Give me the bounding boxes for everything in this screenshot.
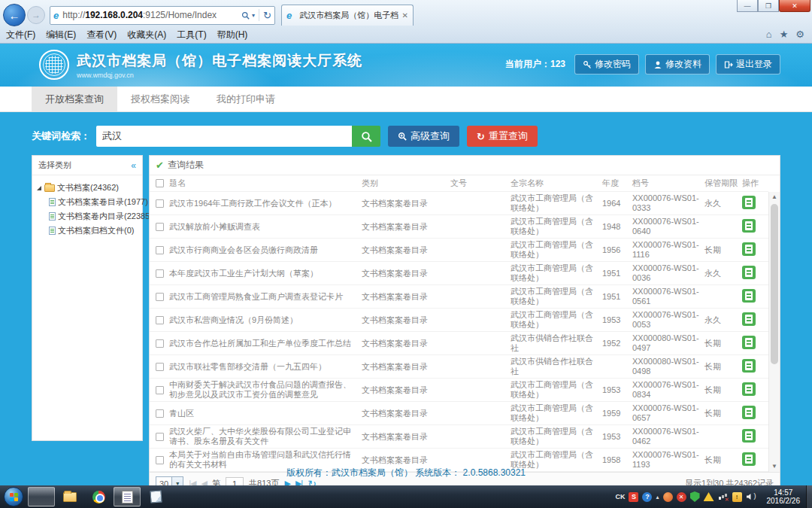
table-row[interactable]: 武汉市1964年工商行政工作会议文件（正本） 文书档案案卷目录 武汉市工商管理局… bbox=[150, 192, 768, 215]
menu-item[interactable]: 收藏夹(A) bbox=[127, 29, 166, 41]
speaker-icon[interactable] bbox=[746, 492, 756, 501]
close-button[interactable]: ✕ bbox=[779, 0, 810, 12]
hidden-icons-arrow[interactable]: ▴ bbox=[656, 494, 659, 500]
menu-item[interactable]: 编辑(E) bbox=[46, 29, 76, 41]
module-tab[interactable]: 我的打印申请 bbox=[203, 87, 289, 111]
view-archive-icon[interactable] bbox=[742, 312, 756, 326]
change-password-button[interactable]: 修改密码 bbox=[574, 54, 639, 75]
table-row[interactable]: 本年度武汉市工业生产计划大纲（草案） 文书档案案卷目录 武汉市工商管理局（含联络… bbox=[150, 262, 768, 285]
scrollbar-thumb[interactable] bbox=[771, 204, 778, 364]
minimize-button[interactable]: — bbox=[737, 0, 758, 12]
row-checkbox[interactable] bbox=[156, 386, 164, 394]
language-indicator[interactable]: CK bbox=[615, 493, 625, 500]
cell-actions bbox=[742, 219, 768, 235]
row-checkbox[interactable] bbox=[156, 456, 164, 464]
warning-icon[interactable] bbox=[704, 492, 714, 501]
home-icon[interactable]: ⌂ bbox=[766, 29, 772, 40]
search-dropdown-caret[interactable]: ▾ bbox=[252, 12, 255, 19]
view-archive-icon[interactable] bbox=[742, 452, 756, 466]
row-checkbox[interactable] bbox=[156, 409, 164, 418]
table-row[interactable]: 武汉市行商商业会各区会员缴行商政清册 文书档案案卷目录 武汉市工商管理局（含联络… bbox=[150, 239, 768, 262]
table-row[interactable]: 武汉市私营商业情况（9月份简述） 文书档案案卷目录 武汉市工商管理局（含联络处）… bbox=[150, 309, 768, 332]
advanced-search-button[interactable]: 高级查询 bbox=[388, 126, 459, 147]
browser-tab[interactable]: e 武汉市档案局（馆）电子档... ✕ bbox=[281, 5, 414, 26]
table-row[interactable]: 青山区 文书档案案卷目录 武汉市工商管理局（含联络处） 1959 XX00007… bbox=[150, 402, 768, 425]
taskbar-notepad-button[interactable] bbox=[142, 487, 169, 506]
module-tab[interactable]: 授权档案阅读 bbox=[117, 87, 203, 111]
taskbar-document-app-button[interactable] bbox=[114, 487, 141, 506]
menu-item[interactable]: 查看(V) bbox=[86, 29, 117, 41]
logout-icon bbox=[724, 60, 733, 69]
view-archive-icon[interactable] bbox=[742, 266, 756, 279]
taskbar-explorer-button[interactable] bbox=[56, 487, 83, 506]
sogou-input-icon[interactable]: S bbox=[629, 492, 638, 502]
network-disconnected-icon[interactable] bbox=[718, 492, 729, 501]
row-checkbox[interactable] bbox=[156, 246, 164, 254]
tree-expanded-icon[interactable] bbox=[37, 186, 41, 190]
reset-search-button[interactable]: ↻ 重置查询 bbox=[467, 126, 538, 147]
table-row[interactable]: 武汉解放前小摊贩调查表 文书档案案卷目录 武汉市工商管理局（含联络处） 1948… bbox=[150, 215, 768, 239]
row-checkbox[interactable] bbox=[156, 433, 164, 441]
keyword-search-input[interactable] bbox=[96, 126, 352, 147]
collapse-sidebar-icon[interactable]: « bbox=[131, 160, 136, 171]
table-row[interactable]: 武汉市工商管理局熟食业工商户调查表登记卡片 文书档案案卷目录 武汉市工商管理局（… bbox=[150, 285, 768, 309]
view-archive-icon[interactable] bbox=[742, 242, 756, 256]
row-checkbox[interactable] bbox=[156, 363, 164, 371]
menu-item[interactable]: 帮助(H) bbox=[217, 29, 248, 41]
security-shield-icon[interactable] bbox=[690, 491, 700, 502]
view-archive-icon[interactable] bbox=[742, 336, 756, 349]
menu-item[interactable]: 工具(T) bbox=[177, 29, 206, 41]
row-checkbox[interactable] bbox=[156, 199, 164, 208]
module-tab[interactable]: 开放档案查询 bbox=[32, 87, 117, 111]
start-button[interactable] bbox=[4, 487, 23, 506]
edit-profile-button[interactable]: 修改资料 bbox=[645, 54, 710, 75]
view-archive-icon[interactable] bbox=[742, 196, 756, 209]
search-icon[interactable] bbox=[241, 11, 250, 20]
category-tree: 文书档案(24362) 文书档案案卷目录(1977) 文书档案卷内目录(22 bbox=[32, 175, 142, 243]
row-checkbox[interactable] bbox=[156, 316, 164, 324]
tree-item[interactable]: 文书档案卷内目录(22385) bbox=[48, 209, 138, 224]
maximize-button[interactable]: ❐ bbox=[758, 0, 779, 12]
update-alert-icon[interactable]: ! bbox=[732, 492, 742, 502]
taskbar-ie-button[interactable] bbox=[28, 487, 55, 506]
table-row[interactable]: 武汉市联社零售部移交清册（一九五四年） 文书档案案卷目录 武汉市供销合作社联合社… bbox=[150, 355, 768, 379]
row-checkbox[interactable] bbox=[156, 223, 164, 231]
forward-button[interactable]: → bbox=[27, 6, 45, 24]
logout-button[interactable]: 退出登录 bbox=[716, 54, 780, 75]
gear-icon[interactable]: ⚙ bbox=[795, 29, 804, 40]
table-row[interactable]: 武汉市合作总社所属加工和生产单位季度工作总结 文书档案案卷目录 武汉市供销合作社… bbox=[150, 332, 768, 355]
scrollbar-track[interactable] bbox=[769, 202, 780, 461]
select-all-checkbox[interactable] bbox=[156, 179, 164, 187]
table-row[interactable]: 武汉火柴厂、大中华火柴股份有限公司工业登记申请书、股东名册及有关文件 文书档案案… bbox=[150, 425, 768, 449]
view-archive-icon[interactable] bbox=[742, 406, 756, 419]
search-button[interactable] bbox=[352, 126, 380, 147]
table-row[interactable]: 中南财委关于解决武汉市付食品问题的调查报告、初步意见以及武汉市工资分值的调整意见… bbox=[150, 379, 768, 402]
taskbar-chrome-button[interactable] bbox=[85, 487, 112, 506]
error-icon[interactable]: ✕ bbox=[677, 492, 686, 502]
tree-item[interactable]: 文书档案(24362) bbox=[36, 181, 138, 195]
orange-status-icon[interactable] bbox=[663, 492, 673, 502]
view-archive-icon[interactable] bbox=[742, 219, 756, 233]
refresh-icon[interactable]: ↻ bbox=[263, 10, 271, 21]
scroll-up-icon[interactable]: ▲ bbox=[771, 192, 777, 202]
taskbar-clock[interactable]: 14:57 2016/2/26 bbox=[761, 488, 807, 505]
star-favorites-icon[interactable]: ★ bbox=[780, 29, 789, 40]
back-button[interactable]: ← bbox=[3, 4, 26, 26]
address-bar[interactable]: e http://192.168.0.204:9125/Home/Index ▾… bbox=[50, 6, 275, 25]
tree-item[interactable]: 文书档案归档文件(0) bbox=[48, 224, 138, 238]
help-icon[interactable]: ? bbox=[642, 492, 652, 502]
row-checkbox[interactable] bbox=[156, 269, 164, 278]
row-checkbox[interactable] bbox=[156, 293, 164, 301]
menu-item[interactable]: 文件(F) bbox=[6, 29, 35, 41]
view-archive-icon[interactable] bbox=[742, 359, 756, 373]
view-archive-icon[interactable] bbox=[742, 382, 756, 396]
show-desktop-button[interactable] bbox=[806, 485, 812, 508]
tab-close-icon[interactable]: ✕ bbox=[402, 11, 408, 20]
row-checkbox[interactable] bbox=[156, 339, 164, 348]
view-archive-icon[interactable] bbox=[742, 289, 756, 303]
view-archive-icon[interactable] bbox=[742, 429, 756, 443]
window-controls: — ❐ ✕ bbox=[737, 0, 810, 12]
table-scrollbar[interactable]: ▲ ▼ bbox=[768, 192, 780, 472]
cell-title: 武汉市私营商业情况（9月份简述） bbox=[169, 315, 362, 325]
tree-item[interactable]: 文书档案案卷目录(1977) bbox=[48, 195, 138, 209]
